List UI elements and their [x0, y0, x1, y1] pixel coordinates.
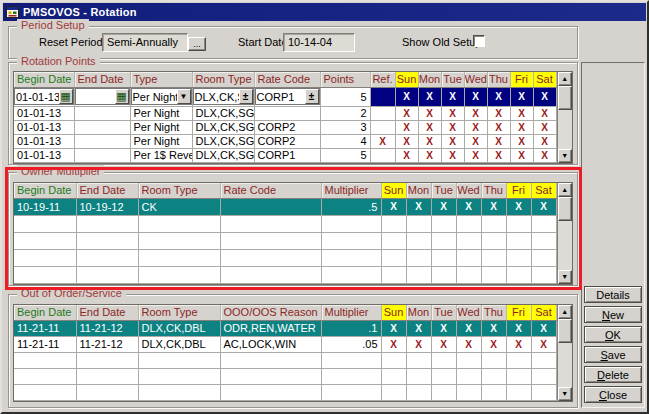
room-type-cell: DLX,CK,DBL: [138, 336, 220, 352]
points-cell: 3: [320, 120, 370, 134]
show-old-setup-checkbox[interactable]: [473, 35, 485, 47]
col-header-type: Type: [130, 72, 192, 87]
empty-cell: [481, 352, 506, 368]
delete-button[interactable]: Delete: [584, 366, 642, 383]
empty-cell: [531, 352, 556, 368]
close-button[interactable]: Close: [584, 386, 642, 403]
col-header-room-type: Room Type: [192, 72, 254, 87]
table-row[interactable]: 01-01-13 Per NightDLX,CK,SGK,K) 2 XXXXXX…: [14, 106, 556, 120]
empty-cell: [76, 215, 138, 232]
reset-period-browse-button[interactable]: ...: [188, 37, 206, 51]
col-header-tue: Tue: [441, 72, 464, 87]
scroll-down-icon[interactable]: ▼: [558, 149, 573, 163]
empty-table-row[interactable]: [14, 232, 556, 249]
scrollbar-thumb[interactable]: [558, 319, 573, 343]
empty-cell: [506, 384, 531, 400]
table-row[interactable]: 01-01-13 Per NightDLX,CK,SGK,K)CORP23 XX…: [14, 120, 556, 134]
scrollbar-track[interactable]: [558, 110, 573, 149]
empty-cell: [138, 215, 220, 232]
table-row[interactable]: 01-01-13▦ ▦Per Night▼DLX,CK,SGI±CORP1±5 …: [14, 87, 556, 106]
ref-cell: [370, 87, 395, 106]
scroll-up-icon[interactable]: ▲: [558, 305, 573, 319]
day-cell: X: [418, 106, 441, 120]
rotation-points-table: Begin DateEnd DateTypeRoom TypeRate Code…: [14, 72, 557, 163]
owner-multiplier-legend: Owner Multiplier: [17, 165, 104, 177]
reset-period-field[interactable]: Semi-Annually: [102, 33, 188, 52]
begin-date-cell: 11-21-11: [14, 336, 76, 352]
empty-cell: [14, 352, 76, 368]
lov-icon[interactable]: ±: [239, 89, 253, 104]
empty-cell: [321, 384, 381, 400]
save-button[interactable]: Save: [584, 346, 642, 363]
calendar-icon[interactable]: ▦: [115, 89, 129, 104]
day-cell: X: [431, 336, 456, 352]
empty-cell: [220, 352, 321, 368]
table-row[interactable]: 01-01-13 Per 1$ RevenuDLX,CK,SGK,K)CORP1…: [14, 148, 556, 162]
scroll-up-icon[interactable]: ▲: [558, 72, 573, 86]
rotation-scrollbar[interactable]: ▲ ▼: [557, 72, 573, 163]
col-header-room-type: Room Type: [138, 305, 220, 320]
table-row[interactable]: 11-21-1111-21-12DLX,CK,DBLODR,REN,WATER.…: [14, 320, 556, 336]
empty-cell: [138, 232, 220, 249]
lov-icon[interactable]: ±: [305, 89, 319, 104]
day-cell: X: [506, 336, 531, 352]
new-button[interactable]: New: [584, 306, 642, 323]
scrollbar-thumb[interactable]: [558, 197, 573, 221]
day-cell: X: [406, 320, 431, 336]
day-cell: X: [487, 148, 510, 162]
empty-cell: [138, 368, 220, 384]
chevron-down-icon[interactable]: ▼: [177, 89, 191, 104]
empty-cell: [138, 266, 220, 283]
col-header-begin-date: Begin Date: [14, 183, 76, 198]
col-header-fri: Fri: [506, 305, 531, 320]
day-cell: X: [481, 320, 506, 336]
empty-cell: [481, 368, 506, 384]
details-button[interactable]: Details: [584, 286, 642, 303]
table-row[interactable]: 10-19-1110-19-12CK .5XXXXXXX: [14, 198, 556, 215]
ok-button[interactable]: OK: [584, 326, 642, 343]
edit-field[interactable]: CORP1: [256, 91, 305, 103]
empty-cell: [138, 352, 220, 368]
table-row[interactable]: 11-21-1111-21-12DLX,CK,DBLAC,LOCK,WIN.05…: [14, 336, 556, 352]
empty-cell: [220, 249, 321, 266]
day-cell: X: [441, 120, 464, 134]
edit-field[interactable]: DLX,CK,SGI: [194, 91, 239, 103]
col-header-fri: Fri: [510, 72, 533, 87]
scrollbar-track[interactable]: [558, 343, 573, 387]
day-cell: X: [481, 198, 506, 215]
empty-table-row[interactable]: [14, 352, 556, 368]
col-header-sun: Sun: [395, 72, 418, 87]
calendar-icon[interactable]: ▦: [59, 89, 73, 104]
room-type-cell: CK: [138, 198, 220, 215]
owner-scrollbar[interactable]: ▲ ▼: [557, 183, 573, 284]
room-type-cell: DLX,CK,SGK,K): [192, 120, 254, 134]
points-cell[interactable]: 5: [320, 87, 370, 106]
empty-table-row[interactable]: [14, 384, 556, 400]
start-date-label: Start Date: [238, 36, 288, 48]
scroll-up-icon[interactable]: ▲: [558, 183, 573, 197]
empty-table-row[interactable]: [14, 266, 556, 283]
period-setup-legend: Period Setup: [17, 19, 89, 31]
col-header-ooo-oos-reason: OOO/OOS Reason: [220, 305, 321, 320]
multiplier-cell: .5: [321, 198, 381, 215]
empty-cell: [76, 368, 138, 384]
empty-cell: [456, 368, 481, 384]
edit-field[interactable]: Per Night: [132, 91, 177, 103]
begin-date-cell: 01-01-13: [14, 120, 74, 134]
room-type-cell: DLX,CK,DBL: [138, 320, 220, 336]
start-date-field[interactable]: 10-14-04: [283, 33, 355, 52]
scroll-down-icon[interactable]: ▼: [558, 270, 573, 284]
empty-table-row[interactable]: [14, 249, 556, 266]
scroll-down-icon[interactable]: ▼: [558, 387, 573, 401]
col-header-thu: Thu: [487, 72, 510, 87]
empty-table-row[interactable]: [14, 368, 556, 384]
day-cell: X: [441, 87, 464, 106]
edit-field[interactable]: [76, 91, 115, 103]
table-row[interactable]: 01-01-13 Per NightDLX,CK,SGK,K)CORP24XXX…: [14, 134, 556, 148]
scrollbar-thumb[interactable]: [558, 86, 573, 110]
scrollbar-track[interactable]: [558, 221, 573, 270]
ooo-scrollbar[interactable]: ▲ ▼: [557, 305, 573, 401]
empty-table-row[interactable]: [14, 215, 556, 232]
reset-period-label: Reset Period: [39, 36, 103, 48]
edit-field[interactable]: 01-01-13: [15, 91, 59, 103]
